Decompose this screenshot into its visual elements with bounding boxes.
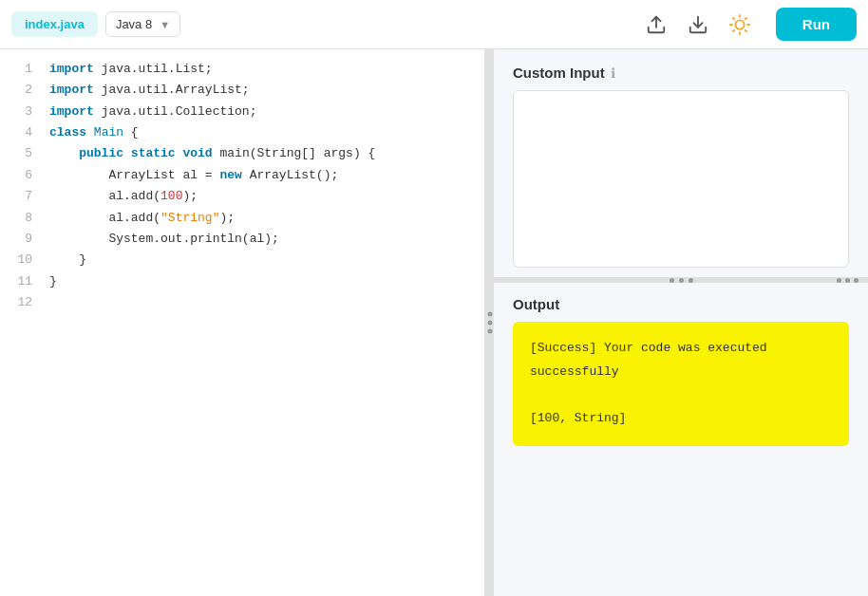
theme-toggle-icon[interactable] xyxy=(723,8,757,42)
language-selector[interactable]: Java 8 ▼ xyxy=(105,11,180,37)
divider-dot xyxy=(845,278,850,283)
svg-line-10 xyxy=(745,17,746,18)
vertical-divider[interactable] xyxy=(486,49,494,596)
divider-dot xyxy=(488,321,493,326)
file-tab[interactable]: index.java xyxy=(11,11,98,37)
divider-dot xyxy=(488,329,493,334)
divider-dot xyxy=(854,278,859,283)
output-line-1: [Success] Your code was executed success… xyxy=(530,337,832,383)
custom-input-title: Custom Input xyxy=(513,65,605,81)
editor-panel: 12345 678910 1112 import java.util.List;… xyxy=(0,49,486,596)
chevron-down-icon: ▼ xyxy=(160,19,170,30)
horizontal-divider[interactable] xyxy=(494,277,868,283)
custom-input-section: Custom Input ℹ xyxy=(494,49,868,277)
code-area[interactable]: 12345 678910 1112 import java.util.List;… xyxy=(0,49,484,596)
right-panel: Custom Input ℹ Output [Success] Your cod… xyxy=(494,49,868,596)
info-icon[interactable]: ℹ xyxy=(611,65,615,81)
custom-input-field[interactable] xyxy=(513,90,849,268)
output-box: [Success] Your code was executed success… xyxy=(513,322,849,446)
svg-point-2 xyxy=(735,20,744,28)
divider-dot xyxy=(689,278,693,283)
output-line-3: [100, String] xyxy=(530,407,832,431)
output-section: Output [Success] Your code was executed … xyxy=(494,283,868,596)
code-content[interactable]: import java.util.List; import java.util.… xyxy=(42,59,484,587)
output-title: Output xyxy=(513,296,849,312)
language-label: Java 8 xyxy=(116,17,152,31)
svg-line-6 xyxy=(745,29,746,30)
divider-dot xyxy=(837,278,841,283)
divider-dot xyxy=(679,278,684,283)
download-icon[interactable] xyxy=(681,8,715,42)
toolbar: index.java Java 8 ▼ Run xyxy=(0,0,868,49)
svg-line-9 xyxy=(733,29,734,30)
line-numbers: 12345 678910 1112 xyxy=(0,59,42,587)
output-line-2 xyxy=(530,384,832,408)
svg-line-5 xyxy=(733,17,734,18)
upload-icon[interactable] xyxy=(639,8,673,42)
divider-dot xyxy=(488,312,493,317)
custom-input-header: Custom Input ℹ xyxy=(513,65,849,81)
divider-h-dots xyxy=(670,278,693,283)
run-button[interactable]: Run xyxy=(776,8,857,41)
divider-dot xyxy=(670,278,674,283)
divider-h-right-dots xyxy=(837,278,859,283)
main-layout: 12345 678910 1112 import java.util.List;… xyxy=(0,49,868,596)
